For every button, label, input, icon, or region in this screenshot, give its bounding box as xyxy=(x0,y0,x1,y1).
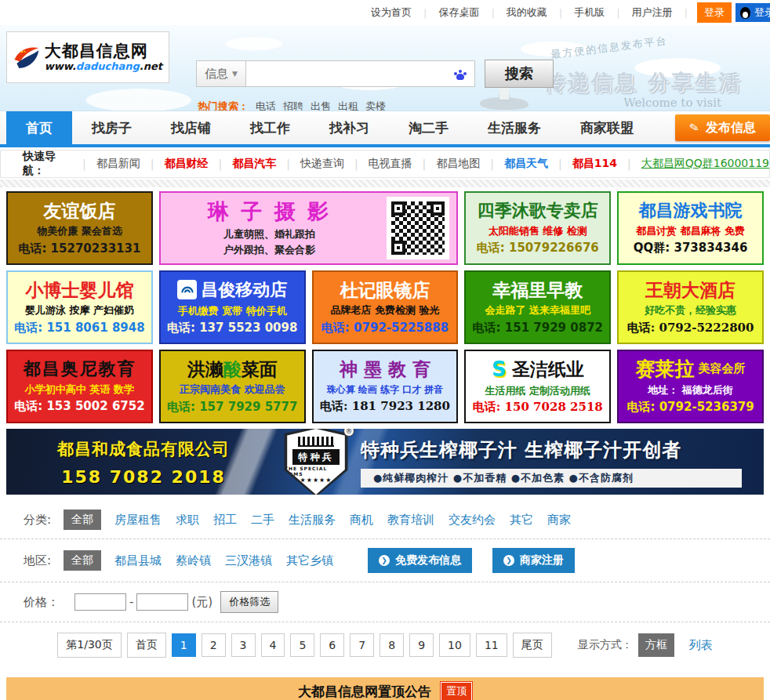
ad-xiaoboshi-baby[interactable]: 小博士婴儿馆 婴儿游泳 按摩 产妇催奶 电话: 151 8061 8948 xyxy=(6,270,153,344)
category-housing[interactable]: 房屋租售 xyxy=(114,513,162,528)
page-last[interactable]: 尾页 xyxy=(513,633,552,658)
category-business[interactable]: 商机 xyxy=(350,513,373,528)
s-logo-icon: S xyxy=(492,359,507,380)
category-services[interactable]: 生活服务 xyxy=(289,513,336,528)
slogan-big: 传递信息 分享生活 xyxy=(544,68,742,96)
display-list-button[interactable]: 列表 xyxy=(689,638,713,653)
page-6[interactable]: 6 xyxy=(320,633,344,657)
hot-link[interactable]: 卖楼 xyxy=(365,100,386,111)
category-secondhand[interactable]: 二手 xyxy=(251,513,274,528)
nav-housing[interactable]: 找房子 xyxy=(72,111,151,144)
page-10[interactable]: 10 xyxy=(439,633,470,657)
price-filter-button[interactable]: 价格筛选 xyxy=(220,591,278,613)
page-5[interactable]: 5 xyxy=(290,633,314,657)
hot-link[interactable]: 电话 xyxy=(256,100,276,111)
quick-link-weather[interactable]: 都昌天气 xyxy=(504,157,548,171)
ad-line: 地址： 福德龙后街 xyxy=(648,385,733,396)
category-merchant[interactable]: 商家 xyxy=(547,513,571,528)
qq-login-button[interactable]: 登录 xyxy=(735,3,770,22)
site-logo[interactable]: 大都昌信息网 www.daduchang.net xyxy=(6,31,169,83)
quick-link-qq-group[interactable]: 大都昌网QQ群16000119 xyxy=(641,157,769,171)
page-9[interactable]: 9 xyxy=(409,633,434,657)
page-2[interactable]: 2 xyxy=(202,633,226,657)
quick-link-news[interactable]: 都昌新闻 xyxy=(96,157,140,171)
ad-changjun-mobile[interactable]: 昌俊移动店 手机缴费 宽带 特价手机 电话: 137 5523 0098 xyxy=(159,270,306,344)
register-link[interactable]: 用户注册 xyxy=(620,5,685,20)
ad-line: 正宗闽南美食 欢迎品尝 xyxy=(180,384,285,395)
ad-honglai-noodles[interactable]: 洪濑酸菜面 正宗闽南美食 欢迎品尝 电话: 157 7929 5777 xyxy=(159,350,306,423)
page-4[interactable]: 4 xyxy=(261,633,285,657)
registered-mark: ® xyxy=(343,429,354,437)
search-input[interactable] xyxy=(246,61,474,86)
region-other[interactable]: 其它乡镇 xyxy=(286,553,333,568)
search-category-dropdown[interactable]: 信息 ▼ xyxy=(196,60,246,87)
category-other[interactable]: 其它 xyxy=(510,513,533,528)
category-all[interactable]: 全部 xyxy=(64,510,101,530)
hot-link[interactable]: 出租 xyxy=(338,100,358,111)
page-8[interactable]: 8 xyxy=(380,633,404,657)
save-desktop-link[interactable]: 保存桌面 xyxy=(427,5,491,20)
merchant-register-button[interactable]: ❯ 商家注册 xyxy=(492,548,575,573)
category-hiring[interactable]: 招工 xyxy=(213,513,237,528)
arrow-circle-icon: ❯ xyxy=(379,555,390,566)
ad-phone: 电话: 137 5523 0098 xyxy=(167,322,297,335)
ad-shengjie-paper[interactable]: S 圣洁纸业 生活用纸 定制活动用纸 电话: 150 7028 2518 xyxy=(464,350,611,423)
login-button[interactable]: 登录 xyxy=(697,2,732,23)
price-min-input[interactable] xyxy=(74,593,126,611)
pinned-announcement[interactable]: 大都昌信息网置顶公告 置顶 xyxy=(6,677,764,700)
nav-jobs[interactable]: 找工作 xyxy=(231,111,310,144)
ad-linzi-photography[interactable]: 琳 子 摄 影 儿童萌照、婚礼跟拍 户外跟拍、聚会合影 xyxy=(159,191,459,265)
nav-tutoring[interactable]: 找补习 xyxy=(310,111,389,144)
ad-aoni-education[interactable]: 都昌奥尼教育 小学初中高中 英语 数学 电话: 153 5002 6752 xyxy=(6,350,153,423)
price-max-input[interactable] xyxy=(136,593,188,611)
region-all[interactable]: 全部 xyxy=(64,550,101,571)
category-dating[interactable]: 交友约会 xyxy=(449,513,496,528)
category-education[interactable]: 教育培训 xyxy=(387,513,434,528)
ad-phone: 电话: 153 5002 6752 xyxy=(14,401,144,413)
ad-sailaila-beauty[interactable]: 赛莱拉美容会所 地址： 福德龙后街 电话: 0792-5236379 xyxy=(617,350,764,423)
page-11[interactable]: 11 xyxy=(476,633,507,657)
nav-home[interactable]: 首页 xyxy=(6,111,72,144)
region-county[interactable]: 都昌县城 xyxy=(114,553,162,568)
search-button[interactable]: 搜索 xyxy=(485,60,554,88)
nav-merchants[interactable]: 商家联盟 xyxy=(561,111,653,144)
page-first[interactable]: 首页 xyxy=(127,633,166,658)
banner-headline: 特种兵生榨椰子汁 生榨椰子汁开创者 xyxy=(361,437,757,462)
ad-xingfuli-education[interactable]: 幸福里早教 会走路了 送来幸福里吧 电话: 151 7929 0872 xyxy=(464,270,611,344)
publish-info-button[interactable]: ✎ 发布信息 xyxy=(675,114,770,141)
ad-duchang-game-academy[interactable]: 都昌游戏书院 都昌讨赏 都昌麻将 免费 QQ群: 373834346 xyxy=(617,191,764,265)
ad-phone: 电话: 150 7028 2518 xyxy=(473,401,603,414)
page-7[interactable]: 7 xyxy=(350,633,374,657)
quick-link-finance[interactable]: 都昌财经 xyxy=(164,157,208,171)
display-grid-button[interactable]: 方框 xyxy=(638,633,674,657)
region-sanchagang[interactable]: 三汊港镇 xyxy=(225,553,272,568)
banner-hecheng-food[interactable]: 都昌和成食品有限公司 158 7082 2018 特种兵 THE SPECIAL… xyxy=(6,429,764,495)
quick-link-map[interactable]: 都昌地图 xyxy=(436,157,480,171)
category-jobseek[interactable]: 求职 xyxy=(176,513,199,528)
quick-link-express[interactable]: 快递查询 xyxy=(300,157,344,171)
nav-shops[interactable]: 找店铺 xyxy=(151,111,231,144)
hot-link[interactable]: 出售 xyxy=(311,100,331,111)
quick-link-114[interactable]: 都昌114 xyxy=(572,157,617,171)
region-label: 地区: xyxy=(24,553,51,568)
ad-sijimuge-store[interactable]: 四季沐歌专卖店 太阳能销售 维修 检测 电话: 15079226676 xyxy=(464,191,611,265)
qq-penguin-icon xyxy=(740,7,750,19)
ad-duji-glasses[interactable]: 杜记眼镜店 品牌老店 免费检测 验光 电话: 0792-5225888 xyxy=(312,270,459,344)
favorites-link[interactable]: 我的收藏 xyxy=(495,5,559,20)
page-1[interactable]: 1 xyxy=(172,633,196,657)
region-cailing[interactable]: 蔡岭镇 xyxy=(176,553,211,568)
ad-wangchao-hotel[interactable]: 王朝大酒店 好吃不贵，经验实惠 电话: 0792-5222800 xyxy=(617,270,764,344)
nav-secondhand[interactable]: 淘二手 xyxy=(389,111,468,144)
nav-services[interactable]: 生活服务 xyxy=(468,111,561,144)
ad-line: 太阳能销售 维修 检测 xyxy=(489,226,587,237)
set-homepage-link[interactable]: 设为首页 xyxy=(359,5,423,20)
nav-underline xyxy=(0,144,770,147)
ad-youyi-restaurant[interactable]: 友谊饭店 物美价廉 聚会首选 电话: 15270233131 xyxy=(6,191,153,265)
page-3[interactable]: 3 xyxy=(231,633,256,657)
free-post-button[interactable]: ❯ 免费发布信息 xyxy=(368,548,472,573)
hot-link[interactable]: 招聘 xyxy=(283,100,303,111)
ad-shenmo-education[interactable]: 神 墨 教 育 珠心算 绘画 练字 口才 拼音 电话: 181 7923 128… xyxy=(312,350,459,423)
mobile-version-link[interactable]: 手机版 xyxy=(562,5,616,20)
quick-link-tv[interactable]: 电视直播 xyxy=(369,157,412,171)
quick-link-cars[interactable]: 都昌汽车 xyxy=(232,157,276,171)
